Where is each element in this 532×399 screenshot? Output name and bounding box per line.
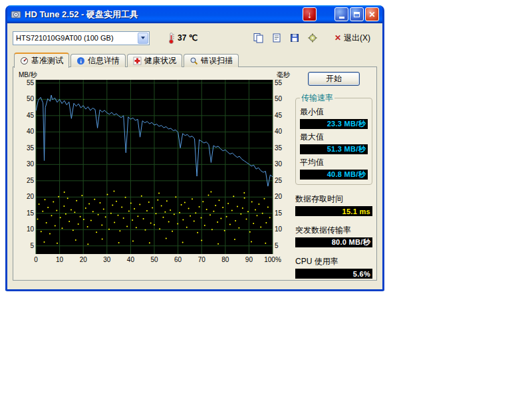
min-value: 23.3 MB/秒 — [300, 119, 368, 129]
max-stat: 最大值 51.3 MB/秒 — [300, 132, 368, 154]
copy-pages-icon — [253, 33, 264, 43]
toolbar: HTS721010G9AT00 (100 GB) 37 ℃ — [13, 29, 377, 47]
svg-text:毫秒: 毫秒 — [277, 71, 291, 78]
svg-text:30: 30 — [103, 256, 111, 263]
svg-text:25: 25 — [27, 177, 35, 184]
drive-select[interactable]: HTS721010G9AT00 (100 GB) — [13, 31, 150, 45]
tab-error-scan[interactable]: 错误扫描 — [184, 54, 239, 67]
svg-text:0: 0 — [34, 256, 38, 263]
toolbar-icon-group — [251, 31, 320, 45]
svg-text:30: 30 — [275, 160, 283, 168]
min-label: 最小值 — [300, 106, 368, 118]
hdtune-window: HD Tune 2.52 - 硬盘实用工具 ↓ ✕ HTS721010G9AT0… — [5, 5, 384, 291]
access-time-stat: 数据存取时间 15.1 ms — [295, 191, 372, 216]
tab-health-label: 健康状况 — [144, 55, 176, 66]
access-time-value: 15.1 ms — [295, 206, 372, 216]
start-button[interactable]: 开始 — [308, 72, 360, 86]
chevron-down-icon — [141, 37, 145, 39]
avg-value: 40.8 MB/秒 — [300, 170, 368, 180]
svg-text:55: 55 — [27, 79, 35, 86]
text-page-icon — [271, 33, 282, 43]
svg-text:15: 15 — [27, 209, 35, 217]
results-panel: 开始 传输速率 最小值 23.3 MB/秒 最大值 51.3 MB/秒 平均值 … — [295, 70, 372, 277]
transfer-rate-group-title: 传输速率 — [300, 92, 334, 104]
drive-select-dropdown-button[interactable] — [138, 33, 148, 44]
maximize-button[interactable] — [350, 7, 364, 21]
svg-text:15: 15 — [275, 209, 283, 217]
svg-text:55: 55 — [275, 79, 283, 86]
tab-benchmark[interactable]: 基准测试 — [14, 53, 69, 68]
close-button[interactable]: ✕ — [365, 7, 379, 21]
svg-text:10: 10 — [27, 225, 35, 233]
options-button[interactable] — [305, 31, 320, 45]
benchmark-page: 5510101515202025253030353540404545505055… — [13, 66, 377, 281]
cpu-usage-stat: CPU 使用率 5.6% — [295, 253, 372, 279]
burst-rate-value: 80.0 MB/秒 — [295, 237, 372, 247]
max-value: 51.3 MB/秒 — [300, 144, 368, 154]
tab-info-label: 信息详情 — [88, 55, 120, 66]
svg-text:40: 40 — [27, 128, 35, 135]
maximize-icon — [354, 12, 360, 17]
access-time-label: 数据存取时间 — [295, 194, 372, 205]
thermometer-icon — [167, 32, 175, 44]
svg-text:20: 20 — [27, 193, 35, 200]
avg-stat: 平均值 40.8 MB/秒 — [300, 157, 368, 180]
info-icon: i — [76, 57, 85, 65]
svg-text:80: 80 — [221, 256, 229, 263]
benchmark-gauge-icon — [20, 57, 29, 65]
copy-text-button[interactable] — [269, 31, 284, 45]
window-title: HD Tune 2.52 - 硬盘实用工具 — [25, 9, 299, 21]
tab-info[interactable]: i 信息详情 — [70, 54, 126, 67]
svg-text:50: 50 — [27, 95, 35, 102]
svg-text:70: 70 — [198, 256, 206, 263]
svg-text:40: 40 — [127, 256, 135, 263]
svg-text:10: 10 — [275, 225, 283, 233]
window-body: HTS721010G9AT00 (100 GB) 37 ℃ — [7, 23, 382, 281]
benchmark-chart-svg: 5510101515202025253030353540404545505055… — [17, 70, 291, 267]
down-arrow-icon: ↓ — [307, 10, 312, 19]
transfer-rate-group: 传输速率 最小值 23.3 MB/秒 最大值 51.3 MB/秒 平均值 40.… — [295, 92, 372, 185]
magnifier-icon — [190, 57, 198, 65]
temperature-indicator: 37 ℃ — [167, 32, 198, 44]
min-stat: 最小值 23.3 MB/秒 — [300, 106, 368, 129]
svg-text:35: 35 — [275, 144, 283, 152]
close-icon: ✕ — [368, 11, 375, 19]
svg-text:10: 10 — [56, 256, 64, 263]
cpu-usage-label: CPU 使用率 — [295, 256, 372, 267]
exit-button[interactable]: ✕ 退出(X) — [331, 32, 374, 45]
burst-rate-label: 突发数据传输率 — [295, 225, 372, 236]
svg-text:45: 45 — [275, 112, 283, 119]
save-screenshot-button[interactable] — [287, 31, 302, 45]
drive-select-value: HTS721010G9AT00 (100 GB) — [13, 34, 137, 42]
temperature-value: 37 ℃ — [178, 33, 198, 43]
cpu-usage-value: 5.6% — [295, 269, 372, 279]
svg-text:MB/秒: MB/秒 — [19, 71, 38, 78]
svg-text:50: 50 — [150, 256, 158, 263]
svg-text:50: 50 — [275, 95, 283, 102]
avg-label: 平均值 — [300, 157, 368, 168]
window-controls: ✕ — [334, 7, 379, 21]
svg-text:35: 35 — [27, 144, 35, 152]
tab-strip: 基准测试 i 信息详情 健康状况 错误扫描 — [13, 52, 377, 67]
svg-text:90: 90 — [245, 256, 253, 263]
minimize-button[interactable] — [334, 7, 348, 21]
svg-text:5: 5 — [30, 242, 34, 249]
tab-error-scan-label: 错误扫描 — [201, 55, 233, 66]
exit-label: 退出(X) — [344, 33, 370, 44]
max-label: 最大值 — [300, 132, 368, 143]
minimize-icon — [339, 17, 344, 19]
download-arrow-button[interactable]: ↓ — [303, 7, 317, 21]
tab-health[interactable]: 健康状况 — [127, 54, 182, 67]
copy-screenshot-button[interactable] — [251, 31, 266, 45]
benchmark-chart: 5510101515202025253030353540404545505055… — [17, 70, 291, 277]
svg-text:5: 5 — [275, 242, 279, 249]
svg-text:20: 20 — [80, 256, 88, 263]
tab-benchmark-label: 基准测试 — [31, 55, 63, 66]
exit-x-icon: ✕ — [334, 33, 341, 43]
titlebar[interactable]: HD Tune 2.52 - 硬盘实用工具 ↓ ✕ — [7, 5, 382, 23]
svg-text:100%: 100% — [264, 256, 281, 263]
svg-text:30: 30 — [27, 160, 35, 168]
svg-text:20: 20 — [275, 193, 283, 200]
health-cross-icon — [133, 57, 142, 65]
gear-icon — [307, 33, 318, 43]
